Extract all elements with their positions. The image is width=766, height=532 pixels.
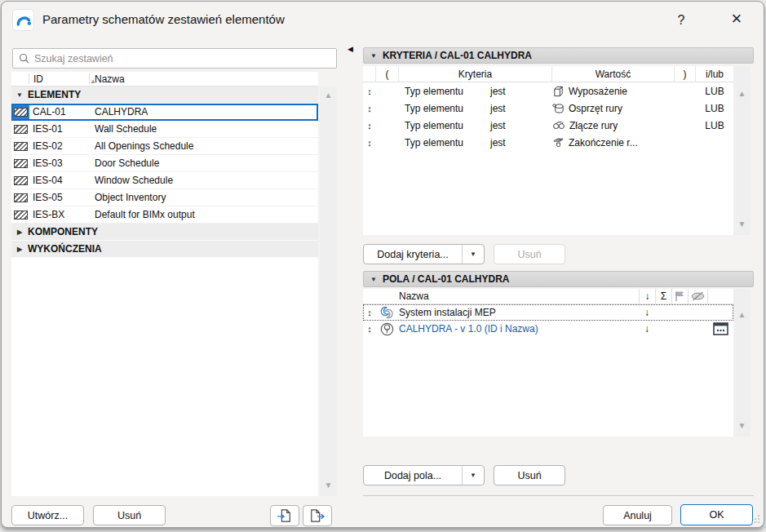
collapse-triangle-icon: ▼ [11,91,28,99]
schedule-list-header: ID ▲ Nazwa [11,72,318,86]
resize-grip[interactable] [751,516,759,523]
group-row-komponenty[interactable]: ▶ KOMPONENTY [11,224,318,241]
fields-table-header: Nazwa ↓ Σ [363,289,733,304]
section-collapse-icon: ▼ [370,52,377,60]
sort-down-icon[interactable]: ↓ [639,323,655,335]
delete-schedule-button[interactable]: Usuń [93,505,166,525]
sort-down-icon[interactable]: ↓ [639,307,655,318]
drag-handle-icon[interactable]: ↕ [363,138,376,148]
ok-button[interactable]: OK [680,504,753,525]
criteria-row[interactable]: ↕ Typ elementu jest Zakończenie r... [363,134,733,151]
sum-icon: Σ [655,289,671,304]
search-icon [19,53,29,64]
pipe-termination-icon [552,136,565,149]
schedule-icon [11,155,29,171]
list-item[interactable]: IES-BX Default for BIMx output [11,206,318,224]
col-wartosc: Wartość [552,66,675,82]
column-header-id[interactable]: ID ▲ [29,73,90,85]
scroll-up-icon[interactable]: ▲ [320,91,337,100]
fields-scrollbar[interactable]: ▲ ▼ [733,289,751,437]
drag-handle-icon[interactable]: ↕ [363,86,376,96]
flag-icon [671,289,688,304]
drag-handle-icon[interactable]: ↕ [363,324,376,334]
pipe-junction-icon [552,119,565,132]
mep-system-icon [376,306,397,319]
field-row[interactable]: ↕ CALHYDRA - v 1.0 (ID i Nazwa) ↓ [363,321,733,337]
scroll-down-icon[interactable]: ▼ [733,219,751,228]
list-item[interactable]: IES-01 Wall Schedule [11,121,318,138]
scroll-down-icon[interactable]: ▼ [320,481,337,490]
delete-fields-button[interactable]: Usuń [494,465,565,485]
delete-criteria-button: Usuń [494,244,565,264]
criteria-table-header: ( Kryteria Wartość ) i/lub [363,66,733,82]
group-row-elementy[interactable]: ▼ ELEMENTY [11,86,318,104]
scroll-down-icon[interactable]: ▼ [733,421,751,430]
drag-handle-icon[interactable]: ↕ [363,121,376,131]
scroll-up-icon[interactable]: ▲ [733,89,751,98]
expand-triangle-icon: ▶ [11,246,28,253]
page-title: Parametry schematów zestawień elementów [42,12,285,26]
col-kryteria: Kryteria [399,66,552,82]
cancel-button[interactable]: Anuluj [603,505,672,525]
export-icon [309,508,325,523]
schedule-list: ID ▲ Nazwa ▼ ELEMENTY CAL-01 CALHYDRA IE… [11,72,318,496]
panel-collapse-icon[interactable]: ◀ [348,45,353,53]
import-icon [277,508,293,523]
criteria-row[interactable]: ↕ Typ elementu jest Złącze rury LUB [363,117,733,134]
drag-handle-icon[interactable]: ↕ [363,308,376,317]
sort-asc-icon: ▲ [90,78,96,85]
schedule-icon [11,121,29,137]
expand-triangle-icon: ▶ [11,228,28,236]
property-tree-icon [376,322,397,336]
hidden-eye-icon [688,289,707,304]
col-open-paren: ( [376,66,399,82]
export-button[interactable] [303,505,332,526]
col-ilub: i/lub [696,66,733,82]
search-box [12,48,337,69]
dropdown-arrow-icon[interactable]: ▼ [462,245,484,264]
schedule-icon [11,206,29,223]
field-options-button[interactable] [707,322,733,335]
drag-handle-icon[interactable]: ↕ [363,104,376,113]
schedule-icon [11,189,29,206]
fields-section-header[interactable]: ▼ POLA / CAL-01 CALHYDRA [363,271,754,287]
criteria-scrollbar[interactable]: ▲ ▼ [733,66,751,235]
fields-table: Nazwa ↓ Σ ↕ System instalacji MEP ↓ ↕ [363,289,733,437]
create-button[interactable]: Utwórz... [11,505,84,525]
section-collapse-icon: ▼ [370,276,377,283]
list-item[interactable]: IES-04 Window Schedule [11,172,318,189]
archicad-logo-icon [12,9,34,31]
sort-down-icon: ↓ [639,289,655,304]
scroll-up-icon[interactable]: ▲ [733,310,751,319]
footer-divider [363,495,754,496]
criteria-row[interactable]: ↕ Typ elementu jest Osprzęt rury LUB [363,100,733,117]
dropdown-arrow-icon[interactable]: ▼ [462,466,484,485]
help-button[interactable]: ? [669,9,693,32]
group-row-wykonczenia[interactable]: ▶ WYKOŃCZENIA [11,241,318,258]
schedule-icon [11,172,29,188]
dialog-parametry-schematow: Parametry schematów zestawień elementów … [1,1,764,528]
import-button[interactable] [270,505,299,526]
list-item[interactable]: IES-05 Object Inventory [11,189,318,206]
left-scrollbar[interactable]: ▲ ▼ [320,86,337,496]
col-nazwa: Nazwa [397,290,639,302]
search-input[interactable] [34,53,330,64]
schedule-icon [11,138,29,154]
col-close-paren: ) [675,66,696,82]
add-criteria-button[interactable]: Dodaj kryteria... ▼ [363,244,485,264]
list-item[interactable]: IES-02 All Openings Schedule [11,138,318,155]
equipment-icon [552,85,565,98]
field-row[interactable]: ↕ System instalacji MEP ↓ [363,304,733,321]
criteria-table: ( Kryteria Wartość ) i/lub ↕ Typ element… [363,66,733,235]
pipe-fitting-icon [552,102,565,115]
list-item[interactable]: CAL-01 CALHYDRA [11,104,318,121]
add-fields-button[interactable]: Dodaj pola... ▼ [363,465,485,485]
criteria-row[interactable]: ↕ Typ elementu jest Wyposażenie LUB [363,82,733,100]
close-icon[interactable]: × [720,7,754,33]
schedule-icon [11,104,29,120]
list-item[interactable]: IES-03 Door Schedule [11,155,318,172]
criteria-section-header[interactable]: ▼ KRYTERIA / CAL-01 CALHYDRA [363,47,754,64]
